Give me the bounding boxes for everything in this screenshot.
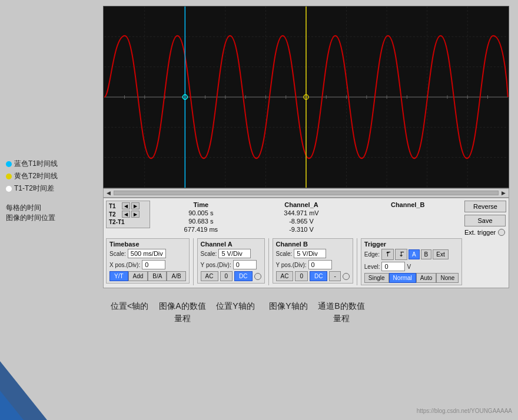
white-dot-icon [6,186,12,192]
col-time-header: Time [154,201,248,209]
t1t2-diff-label: T1-T2时间差 [14,184,54,194]
ext-trigger-circle[interactable] [498,229,505,236]
cha-dc-button[interactable]: DC [234,271,252,281]
ab-button[interactable]: A/B [167,271,185,281]
bottom-col2: 图像A的数值量程 [156,300,209,325]
yellow-t2-annotation: 黄色T2时间线 [6,171,58,181]
trigger-level-value[interactable]: 0 [381,262,405,271]
yt-button[interactable]: Y/T [109,271,128,281]
left-annotations: 蓝色T1时间线 黄色T2时间线 T1-T2时间差 每格的时间 图像的时间位置 [6,159,58,223]
cha-radio[interactable] [254,273,261,280]
ext-trigger-row: Ext. trigger [464,229,505,236]
timebase-scale-value[interactable]: 500 ms/Div [128,249,166,258]
trigger-ch-a-btn[interactable]: A [409,249,420,259]
t2-right-btn[interactable]: ▶ [131,211,140,218]
bottom-col4: 图像Y轴的 [262,300,315,325]
waveform-display [103,6,509,188]
divider-3 [357,238,357,285]
scroll-track[interactable] [114,191,499,195]
t1t2-panel: T1 ◀ ▶ T2 ◀ ▶ T2-T1 [106,201,150,228]
timebase-section: Timebase Scale: 500 ms/Div X pos.(Div): … [106,238,190,284]
t2-chb-val [354,217,461,225]
trigger-edge-label: Edge: [364,251,380,258]
watermark: https://blog.csdn.net/YOUNGAAAAA [417,408,512,414]
reverse-button[interactable]: Reverse [464,201,506,212]
channel-b-title: Channel B [276,241,350,248]
add-button[interactable]: Add [128,271,148,281]
t1-right-btn[interactable]: ▶ [131,202,140,209]
table-row-t2t1: 677.419 ms -9.310 V [154,225,461,234]
trigger-none-btn[interactable]: None [436,273,459,283]
scroll-right-icon[interactable]: ▶ [500,190,507,196]
t1-left-btn[interactable]: ◀ [122,202,130,209]
trigger-level-label: Level: [364,264,380,270]
divider-2 [268,238,269,285]
t1-label: T1 [109,203,121,209]
cha-ypos-value[interactable]: 0 [233,260,257,269]
chb-minus-button[interactable]: - [329,271,340,281]
save-button[interactable]: Save [464,215,506,226]
table-row-t1: 90.005 s 344.971 mV [154,209,461,217]
scroll-left-icon[interactable]: ◀ [105,190,112,196]
controls-main: Timebase Scale: 500 ms/Div X pos.(Div): … [106,238,506,285]
trigger-falling-btn[interactable]: ↓̅ [395,249,407,260]
col-chb-header: Channel_B [354,201,461,209]
yellow-dot-icon [6,174,12,179]
timebase-scale-label: Scale: [109,251,126,257]
trigger-title: Trigger [364,241,459,248]
cha-scale-label: Scale: [201,251,217,257]
timebase-labels: 每格的时间 图像的时间位置 [6,203,58,223]
divider-1 [193,238,194,285]
t1t2-diff-annotation: T1-T2时间差 [6,184,58,194]
chb-scale-value[interactable]: 5 V/Div [294,249,326,258]
timebase-pos-annotation: 图像的时间位置 [6,213,58,223]
cha-zero-button[interactable]: 0 [220,271,233,281]
chb-scale-label: Scale: [276,251,293,257]
chb-radio[interactable] [343,273,350,280]
timebase-xpos-value[interactable]: 0 [142,260,165,269]
blue-t1-annotation: 蓝色T1时间线 [6,159,58,169]
t2-cha-val: -8.965 V [248,217,355,225]
ext-trigger-label: Ext. trigger [464,229,496,236]
trigger-level-unit: V [407,264,411,270]
trigger-auto-btn[interactable]: Auto [416,273,437,283]
trigger-edge-buttons: ↑̅ ↓̅ A B Ext [381,249,449,260]
trigger-single-btn[interactable]: Single [364,273,389,283]
bottom-annotations: 位置<轴的 图像A的数值量程 位置Y轴的 图像Y轴的 通道B的数值量程 [103,300,509,325]
t1-chb-val [354,209,461,217]
t1-row: T1 ◀ ▶ [109,202,147,209]
t2-row: T2 ◀ ▶ [109,211,147,218]
controls-panel: T1 ◀ ▶ T2 ◀ ▶ T2-T1 Time Chan [103,198,509,288]
right-buttons: Reverse Save Ext. trigger [464,201,506,236]
t2-time-val: 90.683 s [154,217,248,225]
chb-dc-button[interactable]: DC [310,271,327,281]
t2t1-label: T2-T1 [109,219,125,225]
cha-ypos-label: Y pos.(Div): [201,262,231,268]
bottom-col5: 通道B的数值量程 [315,300,368,325]
chb-zero-button[interactable]: 0 [295,271,308,281]
chb-ac-button[interactable]: AC [276,271,294,281]
t2t1-cha-val: -9.310 V [248,225,355,234]
blue-dot-icon [6,161,12,167]
cha-ac-button[interactable]: AC [201,271,218,281]
trigger-section: Trigger Edge: ↑̅ ↓̅ A B Ext Level: [361,238,463,285]
trigger-ch-b-btn[interactable]: B [421,249,432,259]
trigger-ext-btn[interactable]: Ext [433,249,448,259]
trigger-normal-btn[interactable]: Normal [389,273,416,283]
cha-scale-value[interactable]: 5 V/Div [218,249,251,258]
t2t1-chb-val [354,225,461,234]
channel-b-section: Channel B Scale: 5 V/Div Y pos.(Div): 0 … [273,238,353,284]
chb-ypos-label: Y pos.(Div): [276,262,307,268]
measurements-table: Time Channel_A Channel_B 90.005 s 344.97… [154,201,461,234]
timebase-time-annotation: 每格的时间 [6,203,58,213]
timebase-mode-group: Y/T Add B/A A/B [109,271,186,281]
channel-a-section: Channel A Scale: 5 V/Div Y pos.(Div): 0 … [197,238,265,284]
scope-scrollbar[interactable]: ◀ ▶ [103,188,509,198]
waveform-svg [104,6,509,188]
t2-left-btn[interactable]: ◀ [122,211,130,218]
trigger-mode-buttons: Single Normal Auto None [364,273,459,283]
ba-button[interactable]: B/A [148,271,167,281]
trigger-rising-btn[interactable]: ↑̅ [381,249,394,260]
chb-ypos-value[interactable]: 0 [308,260,332,269]
channel-a-title: Channel A [201,241,261,248]
